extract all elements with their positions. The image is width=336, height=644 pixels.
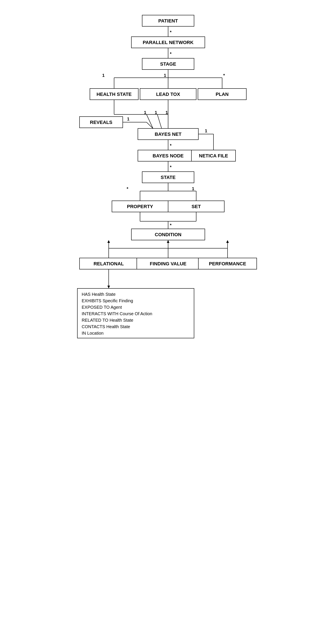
finding-value-label: FINDING VALUE <box>150 261 186 266</box>
lead-tox-label: LEAD TOX <box>156 92 180 97</box>
condition-label: CONDITION <box>155 232 181 237</box>
svg-marker-53 <box>226 240 229 243</box>
note-line-6: CONTACTS Health State <box>82 324 130 329</box>
netica-one-label: 1 <box>205 128 207 133</box>
star-right-label: * <box>223 73 225 78</box>
svg-line-21 <box>157 114 162 128</box>
one-set-label: 1 <box>192 186 194 191</box>
svg-marker-50 <box>107 240 110 243</box>
state-label: STATE <box>161 175 175 180</box>
main-svg: PATIENT * PARALLEL NETWORK * STAGE 1 1 * <box>71 9 265 635</box>
performance-label: PERFORMANCE <box>209 261 246 266</box>
relational-label: RELATIONAL <box>93 261 124 266</box>
bn-1a-label: 1 <box>144 110 146 115</box>
note-line-1: HAS Health State <box>82 292 116 297</box>
star-node-label: * <box>170 143 172 148</box>
property-label: PROPERTY <box>127 204 153 209</box>
note-line-7: IN Location <box>82 331 104 336</box>
diagram: PATIENT * PARALLEL NETWORK * STAGE 1 1 * <box>71 9 265 635</box>
svg-line-24 <box>147 122 153 128</box>
note-line-2: EXHIBITS Specific Finding <box>82 298 133 303</box>
bayes-net-label: BAYES NET <box>155 132 181 137</box>
note-line-3: EXPOSED TO Agent <box>82 305 122 310</box>
bn-1c-label: 1 <box>166 110 168 115</box>
note-line-4: INTERACTS WITH Course Of Action <box>82 311 152 316</box>
netica-file-label: NETICA FILE <box>199 153 228 158</box>
health-state-label: HEALTH STATE <box>96 92 132 97</box>
svg-marker-51 <box>167 240 169 243</box>
one-mid-label: 1 <box>164 73 166 78</box>
star1-label: * <box>170 30 172 34</box>
bayes-node-label: BAYES NODE <box>153 153 183 158</box>
star-prop-label: * <box>127 186 128 191</box>
reveals-one-label: 1 <box>127 116 129 121</box>
svg-line-20 <box>147 114 153 128</box>
one-left-label: 1 <box>102 73 105 78</box>
parallel-network-label: PARALLEL NETWORK <box>143 40 193 45</box>
bn-1b-label: 1 <box>155 110 157 115</box>
set-label: SET <box>191 204 201 209</box>
star-state-label: * <box>170 165 172 170</box>
reveals-label: REVEALS <box>90 120 112 125</box>
patient-label: PATIENT <box>158 18 178 24</box>
note-line-5: RELATED TO Health State <box>82 318 133 322</box>
star2-label: * <box>170 52 172 56</box>
svg-marker-58 <box>107 286 110 288</box>
plan-label: PLAN <box>216 92 229 97</box>
stage-label: STAGE <box>160 61 176 67</box>
star-cond-label: * <box>170 223 172 228</box>
